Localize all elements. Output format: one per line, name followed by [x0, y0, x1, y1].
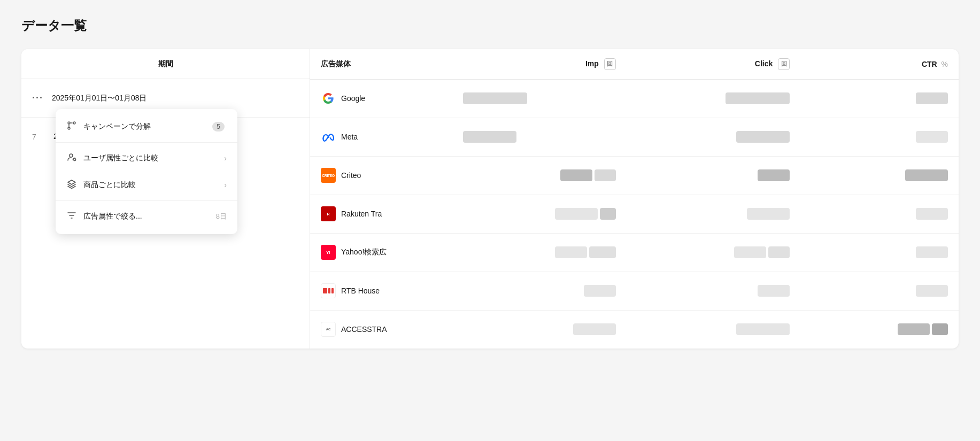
imp-value	[452, 310, 626, 349]
row-options-button[interactable]: ···	[32, 92, 43, 104]
ctr-value	[800, 156, 959, 195]
chevron-right-icon-2: ›	[224, 181, 227, 189]
metrics-table: 広告媒体 Imp 回 Click 回 CTR %	[310, 49, 959, 349]
click-value	[627, 118, 800, 156]
table-row: Google	[310, 79, 959, 118]
click-icon[interactable]: 回	[778, 58, 790, 70]
ctr-value	[800, 195, 959, 233]
menu-item-filter[interactable]: 広告属性で絞る... 8日	[56, 203, 237, 230]
access-logo: AC	[321, 322, 336, 337]
menu-filter-label: 広告属性で絞る...	[83, 212, 216, 221]
menu-item-user[interactable]: ユーザ属性ごとに比較 ›	[56, 145, 237, 172]
imp-value	[452, 272, 626, 310]
page-title: データ一覧	[21, 17, 959, 34]
media-cell: R Rakuten Tra	[310, 195, 452, 233]
user-settings-icon	[66, 152, 77, 164]
imp-value	[452, 118, 626, 156]
media-cell: Meta	[310, 118, 452, 156]
table-row: RTB House	[310, 272, 959, 310]
criteo-logo: CRITEO	[321, 168, 336, 183]
meta-logo	[321, 129, 336, 144]
media-cell: RTB House	[310, 272, 452, 310]
yahoo-logo: Y!	[321, 245, 336, 260]
table-header-row: 広告媒体 Imp 回 Click 回 CTR %	[310, 49, 959, 79]
table-row: AC ACCESSTRA	[310, 310, 959, 349]
ctr-value	[800, 310, 959, 349]
right-panel: 広告媒体 Imp 回 Click 回 CTR %	[310, 49, 959, 349]
media-cell: Google	[310, 79, 452, 118]
left-panel: 期間 ··· 2025年01月01日〜01月08日	[21, 49, 310, 349]
click-value	[627, 272, 800, 310]
click-value	[627, 310, 800, 349]
data-table-container: 期間 ··· 2025年01月01日〜01月08日	[21, 49, 959, 349]
th-click: Click 回	[627, 49, 800, 79]
ctr-value	[800, 272, 959, 310]
svg-rect-5	[323, 288, 327, 293]
table-row: Y! Yahoo!検索広	[310, 233, 959, 272]
media-name: Criteo	[341, 171, 361, 180]
table-row: CRITEO Criteo	[310, 156, 959, 195]
imp-value	[452, 195, 626, 233]
filter-icon	[66, 211, 77, 222]
media-name: RTB House	[341, 287, 380, 295]
menu-campaign-badge: 5	[212, 122, 225, 131]
ctr-value	[800, 233, 959, 272]
media-name: Google	[341, 94, 365, 103]
click-value	[627, 195, 800, 233]
menu-item-product[interactable]: 商品ごとに比較 ›	[56, 172, 237, 198]
ctr-value	[800, 79, 959, 118]
media-cell: Y! Yahoo!検索広	[310, 233, 452, 272]
menu-user-label: ユーザ属性ごとに比較	[83, 153, 224, 163]
th-media: 広告媒体	[310, 49, 452, 79]
svg-rect-6	[328, 288, 330, 293]
menu-divider-2	[56, 200, 237, 201]
th-imp: Imp 回	[452, 49, 626, 79]
layers-icon	[66, 179, 77, 191]
menu-divider-1	[56, 142, 237, 143]
media-cell: AC ACCESSTRA	[310, 310, 452, 349]
row-number: 7	[32, 133, 43, 141]
table-row: R Rakuten Tra	[310, 195, 959, 233]
days-tag: 8日	[216, 212, 227, 221]
imp-value	[452, 79, 626, 118]
click-value	[627, 79, 800, 118]
imp-value	[452, 233, 626, 272]
imp-value	[452, 156, 626, 195]
click-value	[627, 156, 800, 195]
menu-item-campaign[interactable]: キャンペーンで分解 5	[56, 113, 237, 140]
media-name: Yahoo!検索広	[341, 247, 387, 257]
main-data-row: ··· 2025年01月01日〜01月08日 キャンペーンで	[21, 79, 310, 118]
branch-icon	[66, 121, 77, 133]
period-header: 期間	[21, 49, 310, 79]
media-cell: CRITEO Criteo	[310, 156, 452, 195]
th-ctr: CTR %	[800, 49, 959, 79]
menu-campaign-label: キャンペーンで分解	[83, 122, 212, 131]
rtb-logo	[321, 283, 336, 298]
chevron-right-icon: ›	[224, 154, 227, 163]
media-name: Rakuten Tra	[341, 210, 382, 218]
media-name: ACCESSTRA	[341, 325, 387, 334]
imp-icon[interactable]: 回	[604, 58, 616, 70]
google-logo	[321, 91, 336, 106]
ctr-value	[800, 118, 959, 156]
table-row: Meta	[310, 118, 959, 156]
menu-product-label: 商品ごとに比較	[83, 180, 224, 190]
ctr-unit: %	[942, 60, 948, 68]
context-menu: キャンペーンで分解 5 ユーザ属性ごとに比較 ›	[56, 109, 237, 234]
media-name: Meta	[341, 133, 358, 141]
period-value: 2025年01月01日〜01月08日	[52, 94, 146, 103]
svg-point-3	[70, 154, 73, 157]
svg-point-1	[73, 122, 75, 124]
click-value	[627, 233, 800, 272]
svg-rect-7	[331, 288, 334, 293]
rakuten-logo: R	[321, 206, 336, 221]
